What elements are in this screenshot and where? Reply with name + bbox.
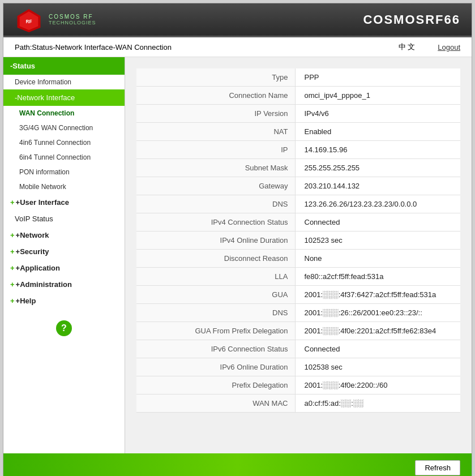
cosmos-rf-logo: RF	[15, 7, 43, 32]
brand-label: COSMOS RF	[49, 14, 96, 20]
row-label: IP Version	[136, 105, 295, 123]
row-value: 2001:░░░:4f37:6427:a2cf:f5ff:fead:531a	[295, 286, 460, 304]
row-label: Disconnect Reason	[136, 250, 295, 268]
table-row: LLAfe80::a2cf:f5ff:fead:531a	[136, 268, 460, 286]
table-row: NATEnabled	[136, 123, 460, 141]
footer: Refresh	[3, 453, 472, 476]
sidebar-network[interactable]: ++Network	[3, 227, 125, 243]
row-label: IPv4 Online Duration	[136, 231, 295, 250]
row-label: GUA From Prefix Delegation	[136, 322, 295, 340]
device-name: COSMOSRF66	[363, 12, 460, 27]
table-row: GUA From Prefix Delegation2001:░░░:4f0e:…	[136, 322, 460, 340]
table-row: DNS2001:░░░:26::26/2001:ee0:23::23/::	[136, 304, 460, 322]
row-value: 102523 sec	[295, 231, 460, 250]
row-label: Prefix Delegation	[136, 376, 295, 394]
row-label: DNS	[136, 304, 295, 322]
sidebar-status[interactable]: -Status	[3, 57, 125, 75]
table-row: IPv4 Online Duration102523 sec	[136, 231, 460, 250]
row-label: DNS	[136, 195, 295, 213]
table-row: IPv6 Connection StatusConnected	[136, 340, 460, 358]
info-table: TypePPPConnection Nameomci_ipv4_pppoe_1I…	[136, 68, 460, 413]
sidebar-3g4g-wan[interactable]: 3G/4G WAN Connection	[3, 121, 125, 135]
row-label: Subnet Mask	[136, 159, 295, 177]
help-icon-button[interactable]: ?	[56, 320, 72, 336]
row-label: GUA	[136, 286, 295, 304]
logo-area: RF COSMOS RF TECHNOLOGIES	[15, 7, 96, 32]
table-row: IP VersionIPv4/v6	[136, 105, 460, 123]
sidebar-6in4-tunnel[interactable]: 6in4 Tunnel Connection	[3, 150, 125, 165]
row-value: 2001:░░░:26::26/2001:ee0:23::23/::	[295, 304, 460, 322]
refresh-button[interactable]: Refresh	[415, 460, 460, 475]
sidebar-wan-connection[interactable]: WAN Connection	[3, 106, 125, 121]
row-value: 2001:░░░:4f0e:2201:a2cf:f5ff:fe62:83e4	[295, 322, 460, 340]
row-value: Enabled	[295, 123, 460, 141]
row-value: a0:cf:f5:ad:░░:░░	[295, 394, 460, 413]
table-row: IP14.169.15.96	[136, 141, 460, 159]
row-value: Connected	[295, 213, 460, 231]
row-value: IPv4/v6	[295, 105, 460, 123]
row-value: PPP	[295, 68, 460, 87]
row-value: Connected	[295, 340, 460, 358]
table-row: Subnet Mask255.255.255.255	[136, 159, 460, 177]
table-row: IPv4 Connection StatusConnected	[136, 213, 460, 231]
row-label: Gateway	[136, 177, 295, 195]
table-row: WAN MACa0:cf:f5:ad:░░:░░	[136, 394, 460, 413]
sidebar-user-interface[interactable]: ++User Interface	[3, 194, 125, 211]
sidebar-administration[interactable]: ++Administration	[3, 276, 125, 293]
svg-text:RF: RF	[26, 19, 32, 24]
row-label: Connection Name	[136, 87, 295, 105]
row-label: Type	[136, 68, 295, 87]
row-value: 203.210.144.132	[295, 177, 460, 195]
table-row: Prefix Delegation2001:░░░:4f0e:2200::/60	[136, 376, 460, 394]
row-label: WAN MAC	[136, 394, 295, 413]
sidebar-help[interactable]: ++Help	[3, 293, 125, 309]
sidebar-pon-info[interactable]: PON information	[3, 165, 125, 179]
row-label: IPv4 Connection Status	[136, 213, 295, 231]
table-row: Disconnect ReasonNone	[136, 250, 460, 268]
table-row: Connection Nameomci_ipv4_pppoe_1	[136, 87, 460, 105]
main-content: TypePPPConnection Nameomci_ipv4_pppoe_1I…	[125, 57, 472, 453]
brand-sub-label: TECHNOLOGIES	[49, 20, 96, 25]
breadcrumb: Path:Status-Network Interface-WAN Connec…	[15, 43, 172, 52]
row-value: 14.169.15.96	[295, 141, 460, 159]
row-value: None	[295, 250, 460, 268]
row-value: omci_ipv4_pppoe_1	[295, 87, 460, 105]
row-label: IP	[136, 141, 295, 159]
sidebar: -Status Device Information -Network Inte…	[3, 57, 125, 453]
sidebar-network-interface[interactable]: -Network Interface	[3, 89, 125, 106]
sidebar-application[interactable]: ++Application	[3, 260, 125, 276]
sidebar-security[interactable]: ++Security	[3, 243, 125, 260]
sidebar-4in6-tunnel[interactable]: 4in6 Tunnel Connection	[3, 135, 125, 150]
logout-button[interactable]: Logout	[438, 43, 460, 52]
row-label: IPv6 Connection Status	[136, 340, 295, 358]
row-value: 123.26.26.26/123.23.23.23/0.0.0.0	[295, 195, 460, 213]
language-toggle[interactable]: 中 文	[399, 42, 416, 52]
row-value: fe80::a2cf:f5ff:fead:531a	[295, 268, 460, 286]
table-row: TypePPP	[136, 68, 460, 87]
sidebar-device-info[interactable]: Device Information	[3, 75, 125, 89]
row-value: 2001:░░░:4f0e:2200::/60	[295, 376, 460, 394]
table-row: Gateway203.210.144.132	[136, 177, 460, 195]
row-label: LLA	[136, 268, 295, 286]
row-value: 102538 sec	[295, 358, 460, 376]
sidebar-mobile-network[interactable]: Mobile Network	[3, 179, 125, 194]
sidebar-voip-status[interactable]: VoIP Status	[3, 211, 125, 227]
table-row: GUA2001:░░░:4f37:6427:a2cf:f5ff:fead:531…	[136, 286, 460, 304]
row-label: NAT	[136, 123, 295, 141]
table-row: IPv6 Online Duration102538 sec	[136, 358, 460, 376]
row-value: 255.255.255.255	[295, 159, 460, 177]
row-label: IPv6 Online Duration	[136, 358, 295, 376]
table-row: DNS123.26.26.26/123.23.23.23/0.0.0.0	[136, 195, 460, 213]
